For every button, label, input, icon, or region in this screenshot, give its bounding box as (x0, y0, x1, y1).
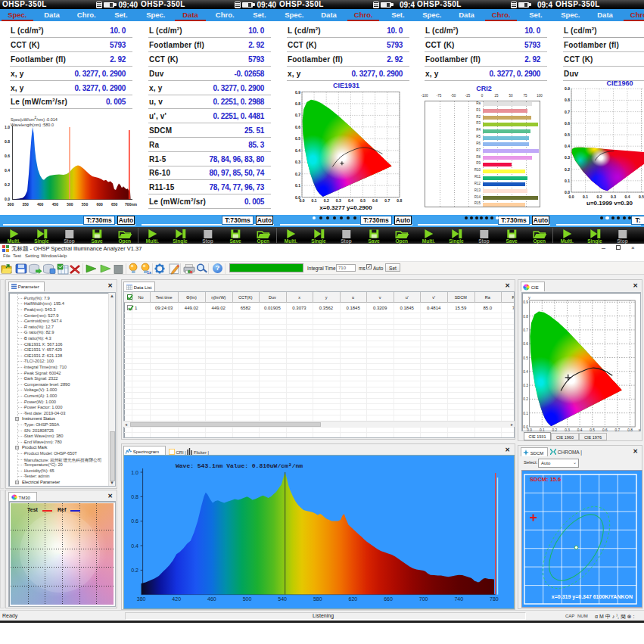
svg-text:x=0.3277 y=0.2900: x=0.3277 y=0.2900 (319, 204, 372, 211)
svg-text:x=0.319 y=0.347 6100K/YANKON: x=0.319 y=0.347 6100K/YANKON (552, 594, 633, 600)
svg-text:600: 600 (96, 202, 103, 207)
svg-text:0.6: 0.6 (131, 518, 138, 524)
svg-text:0.6: 0.6 (602, 428, 608, 432)
svg-text:0.6: 0.6 (523, 342, 528, 346)
svg-text:0.8: 0.8 (295, 101, 300, 106)
svg-text:0.5: 0.5 (360, 198, 366, 203)
svg-text:0.8: 0.8 (5, 139, 10, 144)
svg-text:780: 780 (490, 596, 499, 602)
svg-text:x: x (639, 428, 641, 432)
svg-text:0.4: 0.4 (523, 370, 528, 374)
svg-text:0.7: 0.7 (523, 328, 528, 332)
svg-text:650: 650 (111, 202, 118, 207)
svg-text:0.4: 0.4 (131, 543, 138, 549)
svg-text:0.8: 0.8 (523, 315, 528, 319)
svg-text:u=0.1999 v=0.30: u=0.1999 v=0.30 (586, 200, 633, 207)
svg-text:0.7: 0.7 (615, 428, 621, 432)
svg-text:0.0: 0.0 (5, 197, 10, 201)
svg-text:0.0: 0.0 (300, 198, 305, 203)
svg-text:1.0: 1.0 (5, 125, 10, 129)
svg-text:0.7: 0.7 (384, 198, 390, 203)
svg-text:740: 740 (454, 596, 463, 602)
svg-text:0.4: 0.4 (625, 194, 630, 199)
svg-text:0.1: 0.1 (583, 194, 588, 199)
svg-text:0.8: 0.8 (131, 494, 138, 499)
svg-text:400: 400 (37, 202, 44, 207)
svg-text:0.5: 0.5 (523, 356, 528, 360)
svg-text:0.2: 0.2 (5, 182, 10, 187)
svg-text:0.5: 0.5 (565, 132, 570, 137)
svg-text:0.7: 0.7 (295, 113, 300, 117)
svg-text:0.4: 0.4 (348, 198, 353, 203)
svg-text:550: 550 (82, 202, 89, 207)
svg-text:700nm: 700nm (125, 202, 137, 207)
svg-text:0.9: 0.9 (523, 300, 528, 304)
svg-text:1x: 1x (147, 270, 152, 275)
svg-text:0.5: 0.5 (590, 428, 595, 432)
svg-text:0.5: 0.5 (639, 194, 644, 199)
svg-text:0.8: 0.8 (397, 198, 402, 203)
svg-text:500: 500 (67, 202, 73, 207)
svg-text:0.8: 0.8 (565, 98, 570, 102)
svg-text:0.3: 0.3 (523, 384, 528, 387)
svg-text:0.1: 0.1 (565, 179, 570, 183)
svg-text:0.2: 0.2 (324, 198, 329, 203)
svg-text:0.4: 0.4 (295, 148, 300, 153)
svg-text:700: 700 (419, 596, 428, 602)
svg-text:0.1: 0.1 (540, 428, 545, 432)
svg-text:540: 540 (278, 596, 287, 602)
svg-text:0.3: 0.3 (611, 194, 616, 199)
svg-text:0.0: 0.0 (569, 194, 574, 199)
svg-text:0.6: 0.6 (5, 154, 10, 158)
svg-text:0.2: 0.2 (552, 428, 558, 432)
svg-text:380: 380 (137, 596, 146, 602)
svg-text:0.1: 0.1 (523, 412, 528, 415)
svg-text:0.3: 0.3 (295, 160, 300, 164)
svg-text:420: 420 (172, 596, 181, 602)
svg-text:0.3: 0.3 (336, 198, 341, 203)
svg-text:0.0: 0.0 (527, 428, 532, 432)
svg-text:0.3: 0.3 (565, 155, 570, 160)
svg-text:SDCM: 15.6: SDCM: 15.6 (530, 476, 561, 483)
svg-text:0.8: 0.8 (627, 428, 633, 432)
svg-text:1.0: 1.0 (131, 470, 138, 475)
svg-text:0.6: 0.6 (565, 121, 570, 126)
svg-text:0.2: 0.2 (565, 167, 570, 172)
svg-text:0.7: 0.7 (565, 110, 570, 114)
svg-text:y: y (528, 295, 530, 300)
svg-text:0.6: 0.6 (372, 198, 378, 203)
svg-text:Wave: 543.1nm Value: 0.810uW/c: Wave: 543.1nm Value: 0.810uW/cm²/nm (176, 462, 303, 469)
svg-text:580: 580 (313, 596, 322, 602)
svg-text:0.4: 0.4 (565, 144, 570, 148)
svg-text:0.9: 0.9 (565, 86, 570, 91)
svg-text:0.3: 0.3 (565, 428, 570, 432)
svg-text:0.1: 0.1 (312, 198, 317, 203)
svg-text:0.2: 0.2 (597, 194, 602, 199)
svg-text:0.5: 0.5 (295, 136, 300, 141)
svg-text:0.4: 0.4 (5, 168, 10, 173)
svg-text:0.4: 0.4 (577, 428, 583, 432)
svg-text:0.2: 0.2 (295, 172, 300, 176)
svg-text:0.2: 0.2 (523, 397, 528, 401)
svg-text:300: 300 (8, 202, 14, 207)
svg-text:500: 500 (243, 596, 252, 602)
svg-text:0.1: 0.1 (295, 183, 300, 188)
svg-text:350: 350 (22, 202, 29, 207)
svg-text:0.9: 0.9 (295, 90, 300, 95)
svg-text:0.2: 0.2 (131, 568, 138, 573)
svg-text:660: 660 (384, 596, 393, 602)
svg-text:460: 460 (207, 596, 216, 602)
svg-text:620: 620 (349, 596, 358, 602)
svg-text:450: 450 (52, 202, 59, 207)
svg-text:0.6: 0.6 (295, 125, 300, 129)
